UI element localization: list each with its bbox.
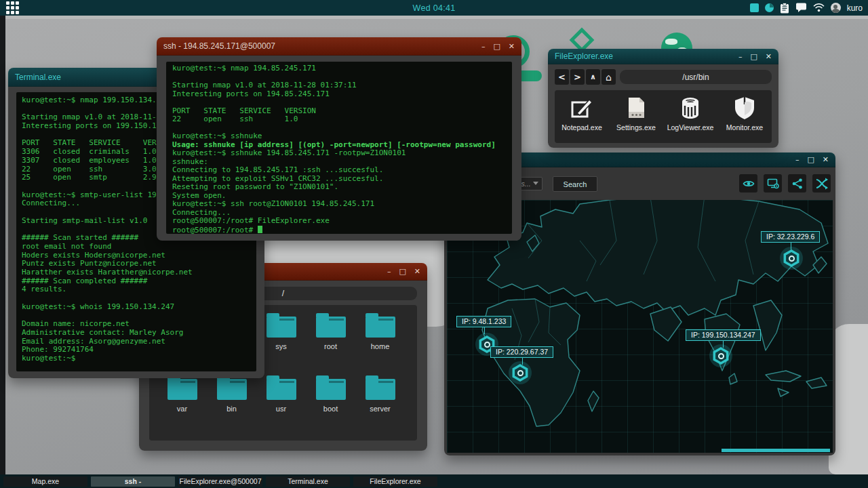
folder-icon [167,379,197,400]
shuffle-icon[interactable] [812,174,831,192]
file-panel: Notepad.exe Settings.exe LogViewer.exe [555,90,772,143]
folder-icon [217,379,247,400]
folder-label: bin [226,405,237,413]
address-bar[interactable]: /usr/bin [620,70,772,84]
window-title: Terminal.exe [15,73,61,82]
folder-label: root [324,342,337,350]
status-circle-icon[interactable] [765,3,774,12]
ip-marker[interactable] [709,344,732,367]
close-button[interactable] [509,43,515,50]
window-title: FileExplorer.exe [555,52,613,61]
folder-item[interactable]: bin [207,373,256,435]
user-avatar[interactable] [831,3,841,13]
desktop-edge-shadow [0,16,5,474]
terminal-line: kuro@test:~$ [22,354,251,363]
terminal-line: Administrative contact: Marley Asorg [22,329,251,338]
taskbar-item[interactable]: FileExplorer.exe@500007 [178,476,262,487]
minimize-button[interactable] [481,43,486,50]
terminal-line: root@500007:/root# FileExplorer.exe [172,217,506,226]
file-label: Monitor.exe [726,123,763,131]
back-icon[interactable] [555,69,569,85]
folder-item[interactable]: server [355,373,405,435]
taskbar: Map.exe ssh - FileExplorer.exe@500007 Te… [0,474,868,488]
close-button[interactable] [414,268,420,275]
ip-label: IP: 32.23.229.6 [761,231,820,243]
minimize-button[interactable] [387,268,391,275]
map-horizontal-scrollbar[interactable] [722,449,830,452]
folder-label: var [177,405,187,413]
clipboard-icon[interactable] [780,3,789,14]
terminal-cursor [258,226,262,233]
search-button[interactable]: Search [553,176,597,192]
minimize-button[interactable] [738,53,743,60]
maximize-button[interactable] [750,53,757,60]
maximize-button[interactable] [807,156,814,163]
folder-label: boot [323,405,338,413]
screen-share-icon[interactable] [764,174,782,192]
ip-label: IP: 9.48.1.233 [456,316,511,327]
file-item[interactable]: Settings.exe [609,93,663,140]
terminal-line: kuro@test:~$ whois 199.150.134.247 [22,303,251,312]
share-icon[interactable] [788,174,806,192]
user-name[interactable]: kuro [847,3,863,13]
terminal-line: root email not found [22,243,251,251]
file-explorer-titlebar[interactable]: FileExplorer.exe [548,49,778,64]
window-title: ssh - 194.85.245.171@500007 [163,41,275,51]
log-barrel-icon [677,93,703,121]
ip-label: IP: 199.150.134.247 [686,329,761,341]
folder-icon [366,317,395,338]
ip-marker[interactable] [780,247,803,270]
chat-icon[interactable] [795,3,807,13]
system-tray: kuro [750,0,863,16]
maximize-button[interactable] [493,43,500,50]
desktop: Search [0,0,868,488]
ssh-titlebar[interactable]: ssh - 194.85.245.171@500007 [157,37,521,56]
terminal-line: Haratther exists Haratther@nicorpe.net [22,268,251,277]
folder-label: server [370,405,391,413]
notepad-icon [569,93,595,121]
folder-item[interactable]: var [157,373,207,435]
close-button[interactable] [766,53,772,60]
folder-item[interactable]: boot [306,373,355,435]
system-clock: Wed 04:41 [0,3,868,13]
maximize-button[interactable] [399,268,406,275]
folder-label: usr [276,405,286,413]
desktop-highlight-band [0,16,868,19]
terminal-line: root@500007:/root# [172,226,506,235]
top-system-bar: Wed 04:41 kuro [0,0,868,16]
folder-row: var bin usr [157,373,417,435]
folder-item[interactable]: usr [256,373,306,435]
file-item[interactable]: Notepad.exe [555,93,609,140]
folder-label: home [371,342,390,350]
taskbar-item[interactable]: FileExplorer.exe [353,476,437,487]
file-explorer-window: FileExplorer.exe /usr/bin Notepa [548,49,778,148]
file-label: Notepad.exe [561,123,602,131]
terminal-line: 22 open ssh 1.0 [172,115,506,124]
ip-marker[interactable] [509,361,532,384]
file-item[interactable]: LogViewer.exe [663,93,717,140]
file-item[interactable]: Monitor.exe [717,93,772,140]
up-icon[interactable] [586,69,600,85]
taskbar-item[interactable]: Terminal.exe [266,476,350,487]
folder-icon [316,379,346,400]
folder-item[interactable]: root [306,310,355,373]
terminal-line [22,294,251,303]
minimize-button[interactable] [795,156,800,163]
taskbar-item[interactable]: Map.exe [3,476,87,487]
ssh-terminal-output[interactable]: kuro@test:~$ nmap 194.85.245.171 Startin… [166,62,512,234]
taskbar-item[interactable]: ssh - [91,476,175,487]
file-label: Settings.exe [616,123,656,131]
close-button[interactable] [823,156,829,163]
folder-label: sys [275,342,287,350]
folder-icon [267,379,296,400]
status-square-icon[interactable] [750,3,759,12]
home-icon[interactable] [601,69,616,85]
chevron-down-icon[interactable] [533,182,538,185]
terminal-line: Domain name: nicorpe.net [22,320,251,329]
eye-icon[interactable] [739,174,757,192]
forward-icon[interactable] [570,69,585,85]
wifi-icon[interactable] [813,3,825,12]
terminal-line: kuro@test:~$ sshnuke 194.85.245.171 -roo… [172,149,506,158]
shield-icon [732,93,757,121]
folder-item[interactable]: home [355,310,405,373]
